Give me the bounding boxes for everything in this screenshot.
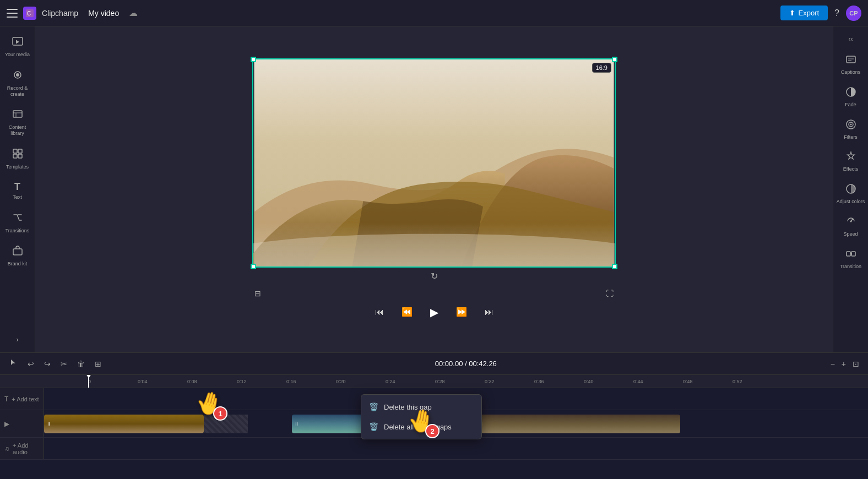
brand-icon <box>12 244 24 259</box>
zoom-in-button[interactable]: + <box>839 357 848 371</box>
video-track-icon: ▶ <box>4 420 9 428</box>
svg-rect-7 <box>18 149 22 153</box>
timeline-content: 0 0:04 0:08 0:12 0:16 0:20 0:24 0:28 0:3… <box>0 375 868 479</box>
subtitle-toggle-icon[interactable]: ⊟ <box>254 289 261 298</box>
video-preview <box>252 58 616 268</box>
playhead-triangle <box>86 375 91 378</box>
select-tool-button[interactable] <box>7 356 20 371</box>
ruler-mark-32: 0:32 <box>485 379 495 384</box>
sidebar-item-label-brand: Brand kit <box>8 261 28 267</box>
right-item-transition[interactable]: Transition <box>834 244 867 274</box>
rotate-icon[interactable]: ↻ <box>431 271 438 281</box>
media-icon <box>12 35 24 50</box>
svg-point-18 <box>850 123 851 125</box>
right-item-filters[interactable]: Filters <box>834 115 867 145</box>
context-menu-delete-gap[interactable]: 🗑️ Delete this gap <box>361 397 481 417</box>
timeline-area: ↩ ↪ ✂ 🗑 ⊞ 00:00.00 / 00:42.26 − + ⊡ 0 <box>0 352 868 479</box>
svg-rect-9 <box>18 154 22 158</box>
right-item-captions[interactable]: Captions <box>834 50 867 80</box>
video-clip-1[interactable]: ⏸ <box>44 415 204 433</box>
text-track-label: T + Add text <box>0 388 44 410</box>
cut-button[interactable]: ✂ <box>58 357 69 371</box>
help-icon[interactable]: ? <box>834 8 839 18</box>
hamburger-menu-icon[interactable] <box>7 9 18 18</box>
audio-track-row: ♫ + Add audio <box>0 438 868 460</box>
right-sidebar: ‹‹ Captions Fade Filters Effects <box>833 26 868 352</box>
ruler-mark-44: 0:44 <box>633 379 643 384</box>
add-button[interactable]: ⊞ <box>93 357 104 371</box>
delete-button[interactable]: 🗑 <box>75 357 87 371</box>
right-item-label-captions: Captions <box>841 69 861 75</box>
export-icon: ⬆ <box>789 9 795 17</box>
context-menu-delete-all-gaps[interactable]: 🗑️ Delete all visual gaps <box>361 417 481 437</box>
sidebar-item-text[interactable]: T Text <box>1 177 34 205</box>
gap-indicator-1[interactable] <box>204 415 248 433</box>
ruler-mark-52: 0:52 <box>733 379 742 384</box>
delete-gap-label: Delete this gap <box>384 403 432 411</box>
right-sidebar-collapse-button[interactable]: ‹‹ <box>844 31 858 47</box>
video-title[interactable]: My video <box>84 7 123 20</box>
sidebar-item-transitions[interactable]: Transitions <box>1 207 34 238</box>
ruler-mark-8: 0:08 <box>187 379 197 384</box>
skip-to-end-button[interactable]: ⏭ <box>480 305 498 319</box>
audio-track-label: ♫ + Add audio <box>0 438 44 459</box>
speed-icon <box>845 216 856 230</box>
right-item-label-transition: Transition <box>840 264 861 270</box>
fullscreen-icon[interactable]: ⛶ <box>606 289 614 298</box>
zoom-out-button[interactable]: − <box>828 357 837 371</box>
sidebar-item-content-library[interactable]: Content library <box>1 104 34 141</box>
aspect-ratio-badge[interactable]: 16:9 <box>592 63 611 73</box>
fade-icon <box>845 86 856 100</box>
sidebar-item-label-templates: Templates <box>6 164 29 170</box>
transitions-icon <box>12 211 24 226</box>
cloud-save-icon: ☁ <box>129 8 138 18</box>
undo-button[interactable]: ↩ <box>25 357 36 371</box>
adjust-colors-icon <box>845 183 856 197</box>
sidebar-expand-button[interactable]: › <box>12 331 23 348</box>
sidebar-item-templates[interactable]: Templates <box>1 143 34 175</box>
skip-to-start-button[interactable]: ⏮ <box>371 305 388 319</box>
svg-rect-14 <box>847 56 855 63</box>
library-icon <box>12 108 24 123</box>
clip-1-pause-icon: ⏸ <box>46 421 51 427</box>
right-item-label-filters: Filters <box>844 134 858 140</box>
sidebar-item-label-library: Content library <box>3 124 32 137</box>
right-item-effects[interactable]: Effects <box>834 146 867 177</box>
add-audio-label[interactable]: + Add audio <box>13 442 39 455</box>
zoom-fit-button[interactable]: ⊡ <box>850 357 861 371</box>
ruler-mark-12: 0:12 <box>237 379 247 384</box>
ruler-mark-4: 0:04 <box>138 379 148 384</box>
delete-gap-icon: 🗑️ <box>369 402 378 411</box>
sidebar-item-your-media[interactable]: Your media <box>1 31 34 62</box>
sidebar-item-brand-kit[interactable]: Brand kit <box>1 240 34 271</box>
topbar-right: ⬆ Export ? CP <box>780 6 861 21</box>
svg-point-20 <box>850 220 851 222</box>
rewind-button[interactable]: ⏪ <box>397 304 417 319</box>
corner-handle-bl[interactable] <box>251 264 256 269</box>
topbar: C Clipchamp My video ☁ ⬆ Export ? CP <box>0 0 868 26</box>
redo-button[interactable]: ↪ <box>42 357 53 371</box>
sidebar-item-record-create[interactable]: Record & create <box>1 64 34 102</box>
add-text-label[interactable]: + Add text <box>12 396 39 402</box>
text-track-icon: T <box>4 395 8 403</box>
right-item-fade[interactable]: Fade <box>834 82 867 112</box>
svg-rect-21 <box>847 252 850 256</box>
play-button[interactable]: ▶ <box>426 303 443 321</box>
video-clip-3[interactable]: ⏸ <box>476 415 680 433</box>
corner-handle-br[interactable] <box>612 264 617 269</box>
record-icon <box>12 69 24 84</box>
right-item-label-fade: Fade <box>845 102 856 108</box>
avatar[interactable]: CP <box>846 6 861 21</box>
corner-handle-tr[interactable] <box>612 57 617 62</box>
fast-forward-button[interactable]: ⏩ <box>452 304 471 319</box>
context-menu: 🗑️ Delete this gap 🗑️ Delete all visual … <box>361 394 482 439</box>
corner-handle-tl[interactable] <box>251 57 256 62</box>
right-item-speed[interactable]: Speed <box>834 211 867 242</box>
right-item-adjust-colors[interactable]: Adjust colors <box>834 179 867 209</box>
export-button[interactable]: ⬆ Export <box>780 6 828 20</box>
ruler-mark-16: 0:16 <box>286 379 296 384</box>
rotate-control[interactable]: ↻ <box>252 271 616 281</box>
topbar-left: C Clipchamp My video ☁ <box>7 7 138 20</box>
time-display: 00:00.00 / 00:42.26 <box>109 360 823 368</box>
clip-2-pause-icon: ⏸ <box>294 421 299 427</box>
